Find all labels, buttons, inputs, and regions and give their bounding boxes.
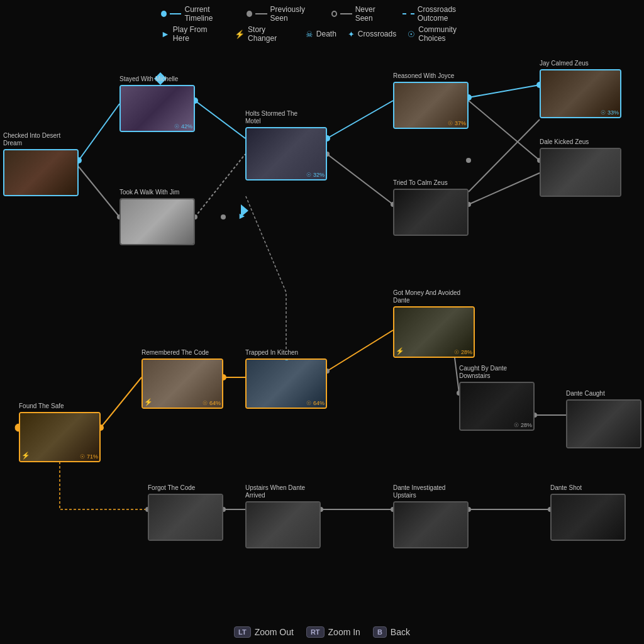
node-motel[interactable]: Holts Stormed TheMotel ☉ 32%	[245, 110, 327, 180]
node-dante-down-pct: ☉ 28%	[514, 422, 532, 428]
node-desert[interactable]: Checked Into DesertDream	[3, 132, 79, 196]
node-jay-label: Jay Calmed Zeus	[540, 60, 615, 67]
node-kitchen-pct: ☉ 64%	[306, 400, 325, 406]
play-from-here-icon: ►	[161, 29, 170, 39]
node-dante-shot[interactable]: Dante Shot	[550, 484, 626, 541]
legend-previously-seen: Previously Seen	[247, 5, 320, 23]
bottom-bar: LT Zoom Out RT Zoom In B Back	[234, 626, 410, 638]
node-dante-shot-thumb	[550, 494, 626, 541]
node-dante-shot-label: Dante Shot	[550, 484, 626, 492]
node-money-bolt: ⚡	[396, 347, 404, 355]
node-dante-down[interactable]: Caught By DanteDownstairs ☉ 28%	[459, 365, 535, 431]
node-jay-pct: ☉ 33%	[601, 109, 619, 116]
node-dante-inv[interactable]: Dante InvestigatedUpstairs	[393, 484, 469, 548]
current-timeline-label: Current Timeline	[184, 5, 235, 23]
node-jim-thumb	[119, 198, 195, 245]
node-desert-thumb	[3, 149, 79, 196]
community-choices-label: Community Choices	[418, 25, 483, 43]
node-money-label: Got Money And AvoidedDante	[393, 289, 469, 304]
death-icon: ☠	[306, 30, 313, 39]
legend-row-1: Current Timeline Previously Seen Never S…	[161, 5, 483, 23]
node-joyce-pct: ☉ 37%	[448, 120, 466, 126]
node-safe-thumb: ⚡ ☉ 71%	[19, 412, 101, 462]
zoom-out-label: Zoom Out	[255, 627, 294, 637]
previously-seen-line	[255, 13, 267, 14]
node-safe-pct: ☉ 71%	[80, 453, 98, 460]
node-michelle-label: Stayed With Michelle	[119, 75, 195, 83]
never-seen-label: Never Seen	[355, 5, 392, 23]
legend-row-2: ► Play From Here ⚡ Story Changer ☠ Death…	[161, 25, 483, 43]
lt-badge: LT	[234, 626, 251, 638]
crossroads-outcome-icon	[402, 13, 414, 14]
node-dante-down-thumb: ☉ 28%	[459, 382, 535, 431]
crossroads-outcome-label: Crossroads Outcome	[418, 5, 483, 23]
node-michelle[interactable]: Stayed With Michelle ☉ 42%	[119, 75, 195, 132]
legend-death: ☠ Death	[306, 30, 336, 39]
previously-seen-icon	[247, 11, 252, 17]
legend-community-choices: ☉ Community Choices	[408, 25, 483, 43]
node-money[interactable]: Got Money And AvoidedDante ⚡ ☉ 28%	[393, 289, 475, 358]
node-kitchen[interactable]: Trapped In Kitchen ⇧ ☉ 64%	[245, 349, 327, 409]
node-dale[interactable]: Dale Kicked Zeus	[540, 138, 621, 197]
node-jim-label: Took A Walk With Jim	[119, 189, 195, 196]
zoom-in-label: Zoom In	[328, 627, 360, 637]
node-desert-label: Checked Into DesertDream	[3, 132, 79, 147]
node-dante-caught-thumb	[566, 399, 641, 448]
node-jay[interactable]: Jay Calmed Zeus ☉ 33%	[540, 60, 621, 118]
node-forgot[interactable]: Forgot The Code	[148, 484, 223, 541]
node-money-pct: ☉ 28%	[454, 349, 472, 355]
node-forgot-thumb	[148, 494, 223, 541]
play-from-here-label: Play From Here	[173, 25, 223, 43]
story-changer-icon: ⚡	[235, 30, 245, 39]
node-safe-bolt: ⚡	[21, 452, 30, 460]
never-seen-line	[340, 13, 352, 14]
legend-never-seen: Never Seen	[331, 5, 391, 23]
node-safe[interactable]: Found The Safe ⚡ ☉ 71%	[19, 402, 101, 462]
node-code-bolt: ⚡	[144, 398, 153, 406]
node-money-thumb: ⚡ ☉ 28%	[393, 306, 475, 358]
node-michelle-pct: ☉ 42%	[174, 123, 192, 130]
node-upstairs-label: Upstairs When DanteArrived	[245, 484, 321, 499]
node-dante-caught-label: Dante Caught	[566, 390, 641, 397]
back-label: Back	[391, 627, 410, 637]
current-timeline-icon	[161, 11, 167, 17]
node-joyce-thumb: ☉ 37%	[393, 82, 469, 129]
back-control[interactable]: B Back	[373, 626, 410, 638]
crossroads-icon: ✦	[348, 30, 355, 39]
node-code[interactable]: Remembered The Code ⚡ ☉ 64%	[142, 349, 223, 409]
legend: Current Timeline Previously Seen Never S…	[161, 5, 483, 43]
node-motel-thumb: ☉ 32%	[245, 127, 327, 180]
rt-badge: RT	[306, 626, 325, 638]
svg-point-15	[466, 158, 471, 163]
node-dante-caught[interactable]: Dante Caught	[566, 390, 641, 448]
node-upstairs[interactable]: Upstairs When DanteArrived	[245, 484, 321, 548]
play-arrow-icon: ►	[238, 211, 247, 221]
node-joyce[interactable]: Reasoned With Joyce ☉ 37%	[393, 72, 469, 129]
node-zeus-calm[interactable]: Tried To Calm Zeus	[393, 179, 469, 236]
crossroads-label: Crossroads	[358, 30, 396, 38]
node-code-label: Remembered The Code	[142, 349, 217, 357]
zoom-in-control[interactable]: RT Zoom In	[306, 626, 360, 638]
node-safe-label: Found The Safe	[19, 402, 94, 410]
zoom-out-control[interactable]: LT Zoom Out	[234, 626, 294, 638]
node-forgot-label: Forgot The Code	[148, 484, 223, 492]
node-kitchen-thumb: ⇧ ☉ 64%	[245, 358, 327, 409]
legend-story-changer: ⚡ Story Changer	[235, 25, 294, 43]
node-michelle-thumb: ☉ 42%	[119, 85, 195, 132]
node-zeus-calm-thumb	[393, 189, 469, 236]
community-choices-icon: ☉	[408, 30, 415, 39]
node-dale-label: Dale Kicked Zeus	[540, 138, 615, 146]
legend-crossroads-outcome: Crossroads Outcome	[402, 5, 483, 23]
kitchen-up-arrow: ⇧	[282, 358, 291, 363]
svg-point-13	[221, 214, 226, 219]
node-joyce-label: Reasoned With Joyce	[393, 72, 469, 80]
node-dante-inv-label: Dante InvestigatedUpstairs	[393, 484, 469, 499]
legend-current-timeline: Current Timeline	[161, 5, 235, 23]
story-changer-label: Story Changer	[248, 25, 294, 43]
node-motel-label: Holts Stormed TheMotel	[245, 110, 321, 125]
node-motel-pct: ☉ 32%	[306, 172, 325, 178]
node-upstairs-thumb	[245, 501, 321, 548]
node-code-pct: ☉ 64%	[203, 400, 221, 406]
node-jim[interactable]: Took A Walk With Jim	[119, 189, 195, 245]
node-dante-down-label: Caught By DanteDownstairs	[459, 365, 535, 380]
